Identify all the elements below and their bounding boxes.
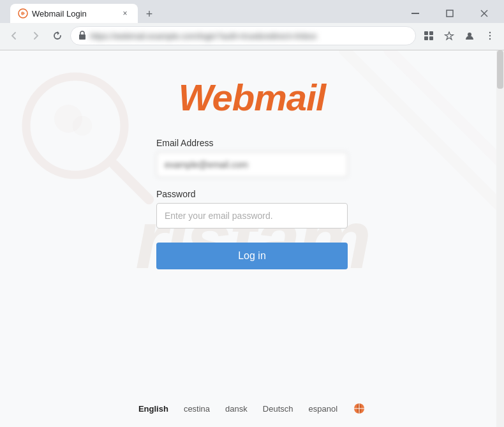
address-bar[interactable]: https://webmail.example.com/login?auth=t…: [70, 26, 416, 45]
minimize-button[interactable]: [401, 4, 430, 23]
svg-rect-7: [429, 31, 433, 35]
lang-deutsch[interactable]: Deutsch: [263, 404, 293, 414]
back-button[interactable]: [5, 27, 23, 45]
webmail-logo: Webmail: [179, 76, 325, 119]
toolbar-icons: [420, 27, 499, 45]
title-bar: Webmail Login × +: [0, 0, 504, 23]
tab-close-button[interactable]: ×: [120, 8, 130, 19]
ssl-lock-icon: [78, 31, 86, 41]
tab-title: Webmail Login: [32, 9, 116, 19]
lang-dansk[interactable]: dansk: [225, 404, 248, 414]
window-controls: [401, 4, 499, 23]
email-input[interactable]: [156, 152, 348, 177]
url-display: https://webmail.example.com/login?auth=t…: [90, 31, 408, 41]
address-bar-row: https://webmail.example.com/login?auth=t…: [0, 23, 504, 50]
email-form-group: Email Address: [156, 138, 348, 177]
svg-point-13: [489, 38, 491, 40]
reload-button[interactable]: [48, 27, 66, 45]
login-container: Webmail Email Address Password Log in: [0, 50, 504, 269]
svg-rect-9: [429, 36, 433, 40]
bookmark-icon-button[interactable]: [440, 27, 458, 45]
svg-point-11: [489, 32, 491, 33]
grid-icon-button[interactable]: [420, 27, 438, 45]
language-bar: English cestina dansk Deutsch espanol: [138, 402, 366, 415]
svg-rect-8: [424, 36, 428, 40]
svg-rect-1: [411, 13, 419, 14]
lang-espanol[interactable]: espanol: [309, 404, 338, 414]
password-label: Password: [156, 189, 348, 199]
browser-chrome: Webmail Login × +: [0, 0, 504, 50]
new-tab-button[interactable]: +: [140, 5, 158, 23]
page-content: ristam Webmail Email Address Password Lo…: [0, 50, 504, 427]
active-tab[interactable]: Webmail Login ×: [10, 4, 138, 23]
forward-button[interactable]: [27, 27, 45, 45]
password-form-group: Password: [156, 189, 348, 228]
tab-favicon: [18, 8, 28, 19]
lang-cestina[interactable]: cestina: [184, 404, 210, 414]
close-button[interactable]: [470, 4, 499, 23]
svg-point-12: [489, 35, 491, 36]
profile-icon-button[interactable]: [461, 27, 478, 45]
login-button[interactable]: Log in: [156, 243, 348, 269]
maximize-button[interactable]: [435, 4, 464, 23]
svg-rect-6: [424, 31, 428, 35]
lang-english[interactable]: English: [138, 404, 168, 414]
password-input[interactable]: [156, 203, 348, 228]
svg-rect-2: [447, 10, 453, 17]
menu-icon-button[interactable]: [481, 27, 499, 45]
language-icon[interactable]: [353, 402, 366, 415]
svg-rect-5: [79, 34, 85, 40]
tab-bar: Webmail Login × +: [5, 4, 401, 23]
email-label: Email Address: [156, 138, 348, 148]
